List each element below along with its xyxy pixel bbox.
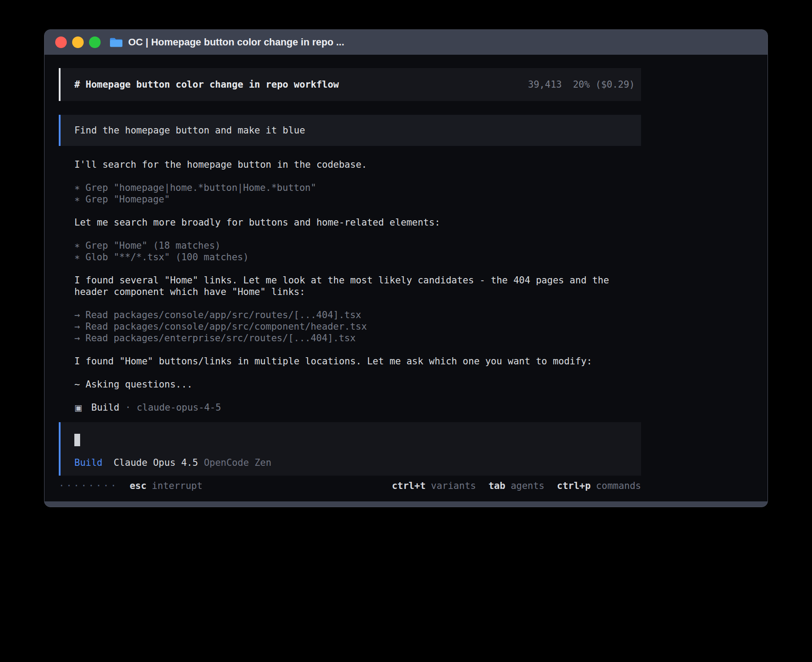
window-title: OC | Homepage button color change in rep… [128,36,344,48]
spinner-dots: ········ [59,480,118,492]
asterisk-icon: ∗ [74,194,85,205]
tool-call-text: Grep "homepage|home.*button|Home.*button… [85,182,316,193]
terminal-window: OC | Homepage button color change in rep… [44,29,768,507]
read-tool-text: Read packages/console/app/src/component/… [85,321,367,332]
read-tool-line: →Read packages/console/app/src/routes/[.… [74,309,641,321]
zoom-button[interactable] [89,36,101,48]
minimize-button[interactable] [72,36,84,48]
commands-label: commands [596,480,641,492]
variants-label: variants [431,480,476,492]
provider-label: OpenCode Zen [204,457,272,468]
terminal-content: # Homepage button color change in repo w… [45,55,767,501]
read-tool-line: →Read packages/enterprise/src/routes/[..… [74,332,641,344]
read-tool-line: →Read packages/console/app/src/component… [74,321,641,332]
agent-status-line: ▣ Build · claude-opus-4-5 [74,402,641,413]
ctrl-t-key-label: ctrl+t [392,480,426,492]
tool-call-text: Grep "Home" (18 matches) [85,240,220,251]
status-bar: ········ esc interrupt ctrl+t variants t… [59,480,641,492]
read-tool-text: Read packages/enterprise/src/routes/[...… [85,333,356,343]
folder-icon [110,37,123,48]
esc-hint: esc interrupt [130,480,203,492]
assistant-text: I found several "Home" links. Let me loo… [74,274,641,298]
arrow-icon: → [74,309,85,321]
assistant-transcript: I'll search for the homepage button in t… [59,159,641,413]
read-tool-text: Read packages/console/app/src/routes/[..… [85,310,361,320]
title-area: OC | Homepage button color change in rep… [110,36,344,48]
user-message-text: Find the homepage button and make it blu… [74,125,305,136]
dot-separator: · [125,402,131,413]
tool-call-line: ∗Glob "**/*.tsx" (100 matches) [74,251,641,263]
prompt-input[interactable]: Build Claude Opus 4.5 OpenCode Zen [59,422,641,476]
session-meta: 39,413 20% ($0.29) [528,79,635,90]
tool-call-line: ∗Grep "Homepage" [74,194,641,205]
commands-hint: ctrl+p commands [557,480,641,492]
esc-key-label: esc [130,480,146,492]
mode-label: Build [74,457,102,468]
arrow-icon: → [74,321,85,332]
session-header: # Homepage button color change in repo w… [59,68,641,101]
input-model-line: Build Claude Opus 4.5 OpenCode Zen [74,457,627,468]
status-right: ctrl+t variants tab agents ctrl+p comman… [392,480,641,492]
assistant-text: I'll search for the homepage button in t… [74,159,641,170]
tool-call-line: ∗Grep "homepage|home.*button|Home.*butto… [74,182,641,194]
agent-square-icon: ▣ [74,402,91,413]
agents-hint: tab agents [488,480,544,492]
agent-model: claude-opus-4-5 [137,402,221,413]
text-cursor [74,434,80,446]
tool-call-text: Glob "**/*.tsx" (100 matches) [85,252,249,262]
user-message: Find the homepage button and make it blu… [59,115,641,146]
close-button[interactable] [55,36,67,48]
agents-label: agents [511,480,544,492]
variants-hint: ctrl+t variants [392,480,476,492]
asterisk-icon: ∗ [74,251,85,263]
traffic-lights [55,36,101,48]
status-left: ········ esc interrupt [59,480,203,492]
tool-call-text: Grep "Homepage" [85,194,170,205]
esc-action-label: interrupt [152,480,203,492]
agent-name: Build [91,402,119,413]
assistant-status-text: ~ Asking questions... [74,379,641,390]
tab-key-label: tab [488,480,505,492]
assistant-text: I found "Home" buttons/links in multiple… [74,355,641,367]
token-count: 39,413 [528,79,562,90]
asterisk-icon: ∗ [74,182,85,194]
model-label: Claude Opus 4.5 [114,457,198,468]
window-titlebar: OC | Homepage button color change in rep… [45,30,767,55]
assistant-text: Let me search more broadly for buttons a… [74,217,641,228]
tool-call-line: ∗Grep "Home" (18 matches) [74,240,641,251]
session-title: # Homepage button color change in repo w… [74,79,339,90]
context-usage: 20% ($0.29) [573,79,635,90]
ctrl-p-key-label: ctrl+p [557,480,591,492]
asterisk-icon: ∗ [74,240,85,251]
arrow-icon: → [74,332,85,344]
